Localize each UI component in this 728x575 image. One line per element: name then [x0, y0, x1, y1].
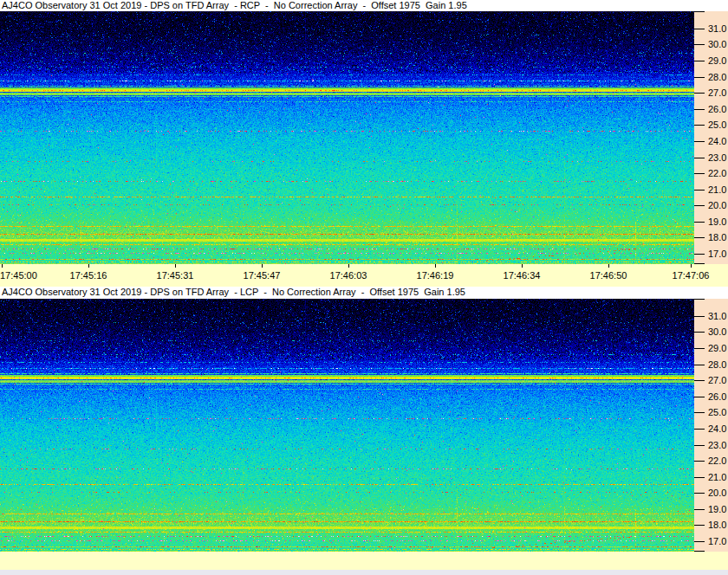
- freq-tick: [694, 44, 705, 45]
- plot-area-rcp: 31.030.029.028.027.026.025.024.023.022.0…: [0, 11, 728, 264]
- freq-tick-label: 31.0: [708, 24, 726, 34]
- time-tick: [348, 264, 349, 268]
- time-tick-label: 17:45:47: [227, 270, 296, 281]
- time-tick: [608, 264, 609, 268]
- time-tick-label: 17:46:50: [574, 270, 643, 281]
- time-tick-label: 17:47:06: [656, 270, 725, 281]
- freq-tick: [694, 493, 705, 494]
- panel-title-rcp: AJ4CO Observatory 31 Oct 2019 - DPS on T…: [0, 0, 728, 11]
- freq-tick: [694, 445, 705, 446]
- freq-tick: [694, 365, 705, 365]
- freq-tick-label: 21.0: [708, 185, 726, 195]
- freq-tick: [694, 429, 705, 430]
- freq-tick-label: 23.0: [708, 153, 726, 163]
- spectrogram-panel-rcp: AJ4CO Observatory 31 Oct 2019 - DPS on T…: [0, 0, 728, 287]
- freq-tick-label: 30.0: [708, 40, 726, 49]
- time-tick: [262, 264, 263, 268]
- freq-tick-label: 29.0: [708, 344, 726, 353]
- time-tick-label: 17:46:34: [487, 270, 556, 281]
- time-tick-label: 17:46:19: [400, 270, 470, 281]
- freq-tick-label: 18.0: [708, 233, 726, 242]
- freq-tick-label: 30.0: [708, 327, 726, 337]
- freq-tick: [694, 332, 705, 333]
- freq-tick: [694, 29, 705, 29]
- spectrogram-canvas-rcp[interactable]: [0, 11, 694, 264]
- freq-tick-label: 28.0: [708, 73, 726, 82]
- time-tick: [522, 264, 523, 268]
- freq-tick-label: 20.0: [708, 488, 726, 498]
- time-tick-label: 17:45:31: [140, 270, 210, 281]
- time-tick-label: 17:45:16: [54, 270, 123, 281]
- radio-sky-spectrograph-window: AJ4CO Observatory 31 Oct 2019 - DPS on T…: [0, 0, 728, 575]
- time-axis-rcp: 17:45:0017:45:1617:45:3117:45:4717:46:03…: [0, 264, 728, 287]
- freq-tick-label: 28.0: [708, 360, 726, 370]
- freq-tick: [694, 237, 705, 238]
- freq-tick-label: 27.0: [708, 88, 726, 98]
- freq-tick: [694, 525, 705, 526]
- spectrogram-panel-lcp: AJ4CO Observatory 31 Oct 2019 - DPS on T…: [0, 287, 728, 570]
- time-tick-label: 17:46:03: [314, 270, 383, 281]
- time-tick: [691, 264, 692, 268]
- freq-tick-label: 22.0: [708, 456, 726, 466]
- freq-tick: [694, 412, 705, 413]
- frequency-axis-rcp: 31.030.029.028.027.026.025.024.023.022.0…: [694, 11, 728, 264]
- freq-tick-label: 19.0: [708, 217, 726, 227]
- time-axis-lcp: [0, 552, 728, 570]
- freq-tick-label: 18.0: [708, 520, 726, 530]
- freq-tick: [694, 158, 705, 158]
- freq-tick: [694, 125, 705, 126]
- freq-tick: [694, 61, 705, 61]
- freq-tick-label: 21.0: [708, 473, 726, 482]
- freq-tick: [694, 477, 705, 478]
- freq-tick-label: 22.0: [708, 169, 726, 178]
- freq-tick-label: 24.0: [708, 137, 726, 146]
- freq-tick: [694, 348, 705, 349]
- time-tick: [435, 264, 436, 268]
- freq-tick: [694, 205, 705, 206]
- freq-edge-tick: [694, 299, 705, 300]
- freq-tick: [694, 109, 705, 110]
- time-tick: [2, 264, 3, 268]
- freq-tick: [694, 541, 705, 542]
- freq-tick-label: 27.0: [708, 376, 726, 385]
- freq-edge-tick: [694, 11, 705, 12]
- freq-tick: [694, 222, 705, 223]
- freq-tick-label: 20.0: [708, 201, 726, 210]
- freq-tick-label: 26.0: [708, 105, 726, 114]
- freq-tick-label: 25.0: [708, 408, 726, 417]
- freq-tick: [694, 461, 705, 462]
- spectrogram-canvas-lcp[interactable]: [0, 299, 694, 552]
- frequency-axis-lcp: 31.030.029.028.027.026.025.024.023.022.0…: [694, 299, 728, 552]
- time-tick: [88, 264, 89, 268]
- time-tick: [175, 264, 176, 268]
- freq-tick: [694, 77, 705, 78]
- freq-tick-label: 24.0: [708, 424, 726, 434]
- plot-area-lcp: 31.030.029.028.027.026.025.024.023.022.0…: [0, 299, 728, 552]
- freq-tick: [694, 141, 705, 142]
- freq-tick: [694, 93, 705, 94]
- freq-tick-label: 26.0: [708, 392, 726, 402]
- freq-tick-label: 25.0: [708, 120, 726, 130]
- freq-tick: [694, 190, 705, 191]
- freq-tick-label: 17.0: [708, 249, 726, 259]
- freq-tick-label: 17.0: [708, 537, 726, 546]
- window-bottom-margin: [0, 570, 728, 575]
- freq-tick-label: 31.0: [708, 312, 726, 321]
- freq-tick-label: 23.0: [708, 441, 726, 450]
- freq-tick-label: 19.0: [708, 505, 726, 514]
- freq-tick: [694, 509, 705, 510]
- freq-tick: [694, 397, 705, 397]
- freq-tick-label: 29.0: [708, 56, 726, 66]
- freq-tick: [694, 380, 705, 381]
- freq-tick: [694, 316, 705, 317]
- freq-tick: [694, 173, 705, 174]
- freq-tick: [694, 254, 705, 255]
- panel-title-lcp: AJ4CO Observatory 31 Oct 2019 - DPS on T…: [0, 287, 728, 299]
